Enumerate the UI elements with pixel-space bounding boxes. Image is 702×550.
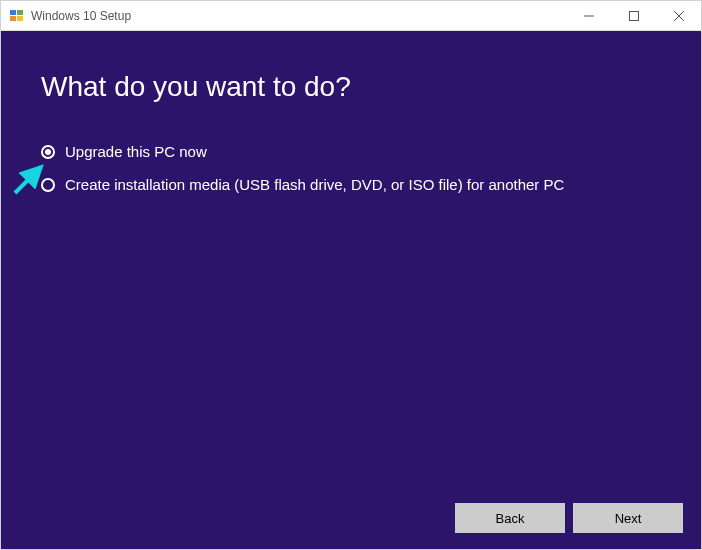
close-button[interactable]	[656, 1, 701, 30]
svg-rect-2	[10, 16, 16, 21]
option-upgrade[interactable]: Upgrade this PC now	[41, 143, 661, 160]
next-button[interactable]: Next	[573, 503, 683, 533]
page-heading: What do you want to do?	[41, 71, 661, 103]
footer: Back Next	[1, 487, 701, 549]
radio-icon	[41, 145, 55, 159]
minimize-button[interactable]	[566, 1, 611, 30]
titlebar: Windows 10 Setup	[1, 1, 701, 31]
option-label: Create installation media (USB flash dri…	[65, 176, 564, 193]
svg-rect-0	[10, 10, 16, 15]
radio-icon	[41, 178, 55, 192]
option-label: Upgrade this PC now	[65, 143, 207, 160]
back-button[interactable]: Back	[455, 503, 565, 533]
maximize-button[interactable]	[611, 1, 656, 30]
svg-rect-1	[17, 10, 23, 15]
svg-rect-5	[629, 11, 638, 20]
svg-rect-3	[17, 16, 23, 21]
option-create-media[interactable]: Create installation media (USB flash dri…	[41, 176, 661, 193]
app-icon	[9, 8, 25, 24]
window-controls	[566, 1, 701, 30]
setup-content: What do you want to do? Upgrade this PC …	[1, 31, 701, 549]
window-title: Windows 10 Setup	[31, 9, 131, 23]
